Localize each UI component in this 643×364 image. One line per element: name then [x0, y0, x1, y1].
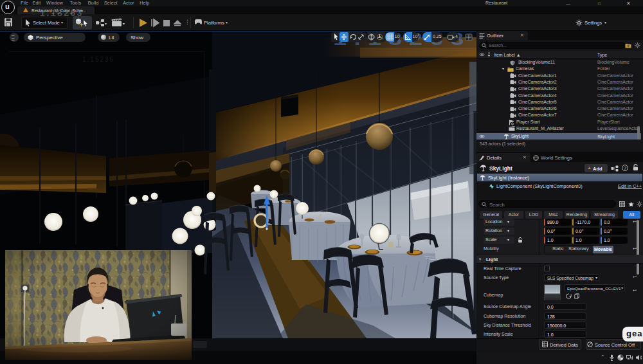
svg-text:▾: ▾	[123, 22, 125, 26]
svg-text:+: +	[80, 22, 83, 28]
svg-text:▾: ▾	[105, 22, 107, 26]
